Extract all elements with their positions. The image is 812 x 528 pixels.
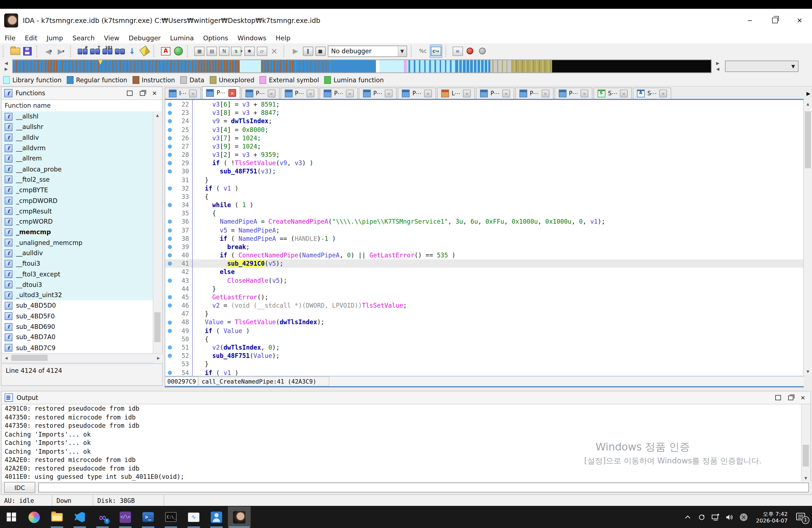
disconnected-icon[interactable] [739,512,749,522]
tab-close-icon[interactable]: × [581,89,588,97]
code-line[interactable]: 35{ [165,209,803,218]
vscode-button[interactable] [69,507,91,528]
tab-close-icon[interactable]: × [307,89,314,97]
scrollbar-thumb[interactable] [11,355,47,361]
idc-button[interactable]: IDC [4,482,35,493]
menu-item-debugger[interactable]: Debugger [124,34,165,42]
make-string-button[interactable]: s▾ [231,45,243,57]
screen-record-icon[interactable] [697,512,707,522]
code-line[interactable]: 49if ( Value ) [165,326,803,335]
code-line[interactable]: 25v3[4] = 0x8000; [165,126,803,134]
function-row[interactable]: f_unaligned_memcmp [2,237,155,248]
function-row[interactable]: f_cmpDWORD [2,195,155,206]
function-row[interactable]: fsub_4BD690 [2,321,155,332]
code-line[interactable]: 23v3[8] = v3 + 8847; [165,109,803,117]
function-row[interactable]: f_memcmp [2,227,155,237]
scroll-right-icon[interactable]: ▶ [155,354,163,363]
copilot-button[interactable] [23,507,46,528]
code-line[interactable]: 34while ( 1 ) [165,201,803,209]
function-row[interactable]: f_cmpBYTE [2,185,155,195]
code-line[interactable]: 39break; [165,243,803,251]
code-line[interactable]: 45GetLastError(); [165,293,803,301]
tab-close-icon[interactable]: × [659,89,667,97]
taskbar-clock[interactable]: 오후 7:42 2026-04-07 [756,510,787,524]
file-explorer-button[interactable] [46,507,69,528]
code-line[interactable]: 32if ( v1 ) [165,184,803,192]
function-row[interactable]: f__allshl [2,111,155,122]
tab-close-icon[interactable]: × [189,89,197,97]
panel-float-icon[interactable] [140,91,145,96]
code-line[interactable]: 41sub_4291C0(v5); [165,260,803,268]
tab-pseudo[interactable]: P⋯× [320,88,358,99]
tab-close-icon[interactable]: × [424,89,432,97]
pseudocode-vscrollbar[interactable]: ▲ ▼ [803,100,812,376]
tab-pseudo[interactable]: P⋯× [476,88,514,99]
code-line[interactable]: 33{ [165,192,803,201]
make-code-button[interactable]: ▦ [193,45,205,57]
tab-close-icon[interactable]: × [503,89,510,97]
save-button[interactable] [22,45,33,57]
close-button[interactable]: ✕ [787,9,812,32]
scroll-down-icon[interactable]: ▼ [802,475,810,482]
function-row[interactable]: fsub_4BD5F0 [2,311,155,321]
tab-close-icon[interactable]: × [346,89,353,97]
search-binary-button[interactable]: # [77,45,88,57]
code-line[interactable]: 30sub_48F751(v3); [165,167,803,176]
user-app-button[interactable] [205,507,228,528]
menu-item-lumina[interactable]: Lumina [165,34,199,42]
delete-breakpoint-button[interactable] [477,45,488,57]
navigate-back-button[interactable]: ◀▾ [43,45,54,57]
search-immediate-button[interactable]: 101 [102,45,113,57]
navband-right-arrows[interactable]: ▶◀ [714,61,722,72]
code-line[interactable]: 53} [165,360,803,368]
panel-close-icon[interactable]: ✕ [800,394,805,401]
function-row[interactable]: fsub_4BD7A0 [2,332,155,342]
menu-item-options[interactable]: Options [199,34,233,42]
debugger-select[interactable]: No debugger ▼ [328,45,407,57]
code-line[interactable]: 28v3[2] = v3 + 9359; [165,151,803,159]
panel-maximize-icon[interactable] [127,91,133,96]
menu-item-help[interactable]: Help [271,34,295,42]
scrollbar-thumb[interactable] [802,445,809,467]
function-name-column-header[interactable]: Function name [2,100,162,112]
tab-pseudo[interactable]: P⋯× [554,88,592,99]
navband-left-arrows[interactable]: ◀▶ [2,61,11,72]
code-line[interactable]: 31} [165,176,803,184]
functions-panel-header[interactable]: f Functions ✕ [2,87,162,100]
code-line[interactable]: 24v9 = dwTlsIndex; [165,117,803,126]
code-line[interactable]: 47} [165,310,803,318]
scrollbar-thumb[interactable] [805,111,811,168]
code-line[interactable]: 29if ( !TlsSetValue(v9, v3) ) [165,159,803,167]
debugger-start-button[interactable]: ▶ [290,45,301,57]
open-file-button[interactable] [10,45,21,57]
monitor-app-button[interactable]: ∿ [182,507,205,528]
cmd-button[interactable]: C:\_ [160,507,183,528]
highlight-lock-button[interactable] [139,45,150,57]
function-row[interactable]: f__allrem [2,153,155,164]
scroll-down-icon[interactable]: ▼ [804,368,812,375]
search-text-button[interactable]: T [89,45,101,57]
code-line[interactable]: 50{ [165,335,803,343]
tab-pseudo[interactable]: P⋯× [242,88,279,99]
function-row[interactable]: f__alloca_probe [2,164,155,174]
tab-pseudo[interactable]: P⋯× [359,88,397,99]
code-line[interactable]: 54if ( v1 ) [165,368,803,377]
function-row[interactable]: f_cmpResult [2,206,155,217]
navigation-band[interactable] [12,60,711,73]
minimize-button[interactable]: ─ [737,9,762,32]
code-line[interactable]: 26v3[7] = 1024; [165,134,803,142]
quick-compile-button[interactable]: c↪ [430,44,442,58]
code-line[interactable]: 43CloseHandle(v5); [165,276,803,285]
tab-close-icon[interactable]: × [620,89,628,97]
function-row[interactable]: f__ftol3_except [2,269,155,279]
jump-to-address-button[interactable]: ↓ [127,45,138,57]
panel-close-icon[interactable]: ✕ [152,90,157,97]
code-line[interactable]: 52sub_48F751(Value); [165,352,803,360]
tab-structs[interactable]: S⋯× [633,88,671,99]
code-line[interactable]: 38if ( NamedPipeA == (HANDLE)-1 ) [165,234,803,243]
ascii-strings-button[interactable]: A [160,45,171,57]
code-line[interactable]: 51v2(dwTlsIndex, 0); [165,343,803,352]
panel-maximize-icon[interactable] [775,395,781,400]
scrollbar-thumb[interactable] [155,312,161,342]
function-row[interactable]: f__aulldiv [2,248,155,259]
